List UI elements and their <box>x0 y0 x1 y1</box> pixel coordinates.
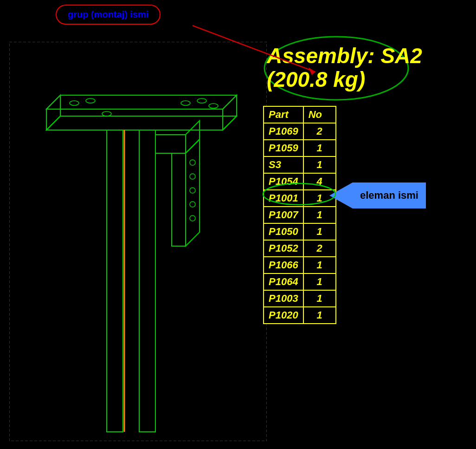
svg-marker-7 <box>46 95 60 130</box>
no-cell: 2 <box>303 240 336 257</box>
parts-table-container: Part No P10692P10591S31P10544P10011P1007… <box>263 106 336 324</box>
parts-table: Part No P10692P10591S31P10544P10011P1007… <box>263 106 336 324</box>
part-cell: P1064 <box>264 273 303 290</box>
element-label-text: eleman ismi <box>360 189 418 202</box>
svg-rect-16 <box>139 130 155 432</box>
element-label-body: eleman ismi <box>353 182 426 208</box>
part-cell: P1066 <box>264 257 303 273</box>
table-row: P10692 <box>264 123 336 140</box>
svg-marker-6 <box>46 95 237 109</box>
svg-point-9 <box>70 101 79 105</box>
svg-marker-8 <box>223 95 237 130</box>
svg-point-11 <box>102 111 111 116</box>
no-cell: 1 <box>303 273 336 290</box>
no-cell: 1 <box>303 223 336 240</box>
svg-point-12 <box>181 101 190 105</box>
svg-point-10 <box>86 98 95 103</box>
assembly-drawing <box>9 42 267 441</box>
svg-point-26 <box>190 215 195 221</box>
svg-point-14 <box>209 104 218 108</box>
svg-point-24 <box>190 188 195 193</box>
arrow-left-chevron <box>329 182 353 208</box>
assembly-title: Assembly: SA2 (200.8 kg) <box>267 44 422 91</box>
no-cell: 1 <box>303 307 336 324</box>
part-cell: P1054 <box>264 173 303 190</box>
part-cell: P1059 <box>264 140 303 156</box>
no-cell: 1 <box>303 290 336 307</box>
col-header-part: Part <box>264 106 303 123</box>
no-cell: 1 <box>303 257 336 273</box>
svg-point-13 <box>197 98 206 103</box>
table-row: P10011 <box>264 190 336 207</box>
part-cell: P1050 <box>264 223 303 240</box>
table-row: P10522 <box>264 240 336 257</box>
svg-marker-21 <box>186 139 199 246</box>
no-cell: 1 <box>303 140 336 156</box>
table-row: P10544 <box>264 173 336 190</box>
part-cell: P1069 <box>264 123 303 140</box>
no-cell: 1 <box>303 156 336 173</box>
svg-point-25 <box>190 202 195 207</box>
table-row: P10031 <box>264 290 336 307</box>
part-cell: P1052 <box>264 240 303 257</box>
svg-point-22 <box>190 160 195 165</box>
part-cell: P1007 <box>264 207 303 223</box>
svg-point-23 <box>190 174 195 179</box>
group-assembly-label: grup (montaj) ismi <box>56 5 161 25</box>
table-row: P10641 <box>264 273 336 290</box>
part-cell: P1020 <box>264 307 303 324</box>
svg-marker-5 <box>46 116 237 130</box>
element-label-container: eleman ismi <box>329 182 426 208</box>
svg-rect-4 <box>9 42 267 441</box>
table-row: S31 <box>264 156 336 173</box>
part-cell: P1003 <box>264 290 303 307</box>
table-row: P10591 <box>264 140 336 156</box>
table-row: P10501 <box>264 223 336 240</box>
no-cell: 2 <box>303 123 336 140</box>
col-header-no: No <box>303 106 336 123</box>
svg-marker-19 <box>186 121 199 153</box>
svg-rect-20 <box>172 153 186 246</box>
table-row: P10661 <box>264 257 336 273</box>
svg-marker-18 <box>155 135 186 153</box>
svg-rect-15 <box>107 130 123 432</box>
part-cell: P1001 <box>264 190 303 207</box>
no-cell: 1 <box>303 207 336 223</box>
table-row: P10201 <box>264 307 336 324</box>
part-cell: S3 <box>264 156 303 173</box>
table-row: P10071 <box>264 207 336 223</box>
